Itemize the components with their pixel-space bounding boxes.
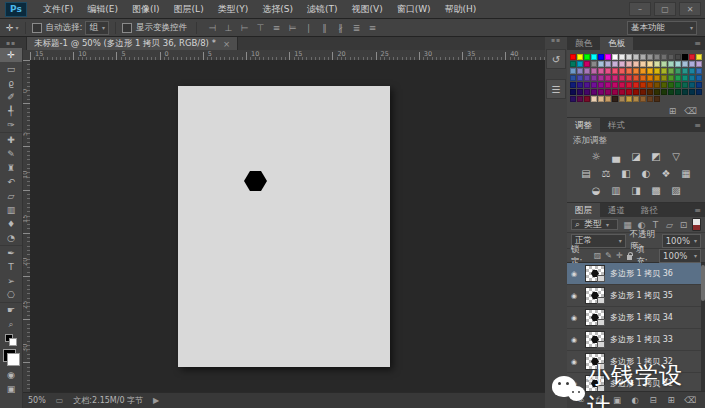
color-swatch[interactable] [654,96,660,102]
layer-thumbnail[interactable] [585,287,605,304]
color-swatch[interactable] [640,89,646,95]
levels-icon[interactable]: ▄ [610,151,623,162]
distribute-v-center-icon[interactable]: ∥ [319,23,330,33]
color-swatch[interactable] [633,68,639,74]
color-swatch[interactable] [577,75,583,81]
menu-file[interactable]: 文件(F) [36,3,80,16]
color-swatch[interactable] [682,75,688,81]
posterize-icon[interactable]: ▥ [610,185,623,196]
layer-visibility-icon[interactable]: ◉ [571,336,580,344]
scrollbar-thumb[interactable] [701,265,705,301]
filter-toggle-switch[interactable] [692,218,701,231]
tab-layers[interactable]: 图层 [567,203,600,217]
color-swatch[interactable] [577,89,583,95]
color-swatch[interactable] [668,82,674,88]
auto-select-dropdown[interactable]: 组 ▾ [85,21,109,35]
background-color-swatch[interactable] [7,353,20,366]
color-swatch[interactable] [598,82,604,88]
move-tool[interactable]: ✛ [0,48,22,62]
screen-mode-button[interactable]: ▣ [0,382,22,396]
color-swatch[interactable] [682,68,688,74]
color-swatch[interactable] [577,54,583,60]
distribute-top-icon[interactable]: ∣ [303,23,314,33]
dock-gripper[interactable]: ▪▪ [545,36,567,45]
brush-tool[interactable]: ✎ [0,147,22,161]
color-swatch[interactable] [668,75,674,81]
color-swatch[interactable] [654,89,660,95]
show-transform-checkbox[interactable] [122,23,132,33]
hexagon-shape[interactable] [244,171,267,191]
color-swatch[interactable] [619,89,625,95]
invert-icon[interactable]: ◒ [590,185,603,196]
color-swatch[interactable] [605,82,611,88]
hand-tool[interactable]: ☛ [0,302,22,317]
tab-adjustments[interactable]: 调整 [567,118,600,132]
color-swatch[interactable] [661,82,667,88]
vibrance-icon[interactable]: ▽ [670,151,683,162]
layer-visibility-icon[interactable]: ◉ [571,270,580,278]
color-swatch[interactable] [668,68,674,74]
gradient-map-icon[interactable]: ▨ [670,185,683,196]
color-swatch[interactable] [640,61,646,67]
menu-select[interactable]: 选择(S) [255,3,300,16]
color-swatch[interactable] [612,89,618,95]
color-swatch[interactable] [689,61,695,67]
color-swatch[interactable] [584,54,590,60]
color-swatch[interactable] [612,54,618,60]
default-colors-icon[interactable] [5,334,17,346]
color-swatch[interactable] [675,82,681,88]
color-swatch[interactable] [647,68,653,74]
color-swatch[interactable] [598,89,604,95]
color-swatch[interactable] [675,61,681,67]
document-page[interactable] [178,86,390,367]
exposure-icon[interactable]: ◩ [650,151,663,162]
align-right-icon[interactable]: ⊢ [239,23,250,33]
color-swatch[interactable] [661,68,667,74]
color-swatch[interactable] [591,96,597,102]
color-swatch[interactable] [633,82,639,88]
color-swatch[interactable] [661,61,667,67]
color-swatch[interactable] [682,54,688,60]
layer-visibility-icon[interactable]: ◉ [571,314,580,322]
history-brush-tool[interactable]: ↶ [0,175,22,189]
color-swatch[interactable] [605,75,611,81]
fill-dropdown[interactable]: 100% ▾ [659,249,701,263]
filter-smart-objects-icon[interactable]: ⊡ [678,220,688,230]
align-v-center-icon[interactable]: ≡ [271,23,282,33]
lock-pixels-icon[interactable]: ✎ [605,251,612,260]
color-swatch[interactable] [654,75,660,81]
color-swatch[interactable] [696,61,702,67]
eraser-tool[interactable]: ▱ [0,189,22,203]
color-swatch[interactable] [570,82,576,88]
menu-type[interactable]: 类型(Y) [211,3,256,16]
brightness-contrast-icon[interactable]: ☼ [590,151,603,162]
color-swatch[interactable] [577,68,583,74]
color-swatch[interactable] [654,82,660,88]
color-swatch[interactable] [668,61,674,67]
color-swatch[interactable] [633,61,639,67]
color-swatch[interactable] [570,68,576,74]
dodge-tool[interactable]: ◔ [0,231,22,245]
color-swatch[interactable] [626,68,632,74]
history-panel-icon[interactable]: ↺ [546,49,566,69]
color-swatch[interactable] [675,89,681,95]
layer-thumbnail[interactable] [585,265,605,282]
color-swatch[interactable] [584,68,590,74]
menu-view[interactable]: 视图(V) [344,3,389,16]
color-swatch[interactable] [584,82,590,88]
black-white-icon[interactable]: ◧ [620,168,633,179]
color-swatch[interactable] [626,61,632,67]
tab-paths[interactable]: 路径 [633,203,666,217]
color-swatch[interactable] [689,68,695,74]
layer-row[interactable]: ◉多边形 1 拷贝 33 [567,329,705,351]
color-swatch[interactable] [668,89,674,95]
color-swatch[interactable] [654,61,660,67]
document-tab[interactable]: 未标题-1 @ 50% (多边形 1 拷贝 36, RGB/8) * × [26,36,238,50]
color-swatch[interactable] [696,54,702,60]
color-swatch[interactable] [584,75,590,81]
healing-brush-tool[interactable]: ✚ [0,132,22,147]
color-swatch[interactable] [612,75,618,81]
workspace-dropdown[interactable]: 基本功能 ▾ [627,21,697,35]
color-swatch[interactable] [689,82,695,88]
eyedropper-tool[interactable]: ✑ [0,118,22,132]
